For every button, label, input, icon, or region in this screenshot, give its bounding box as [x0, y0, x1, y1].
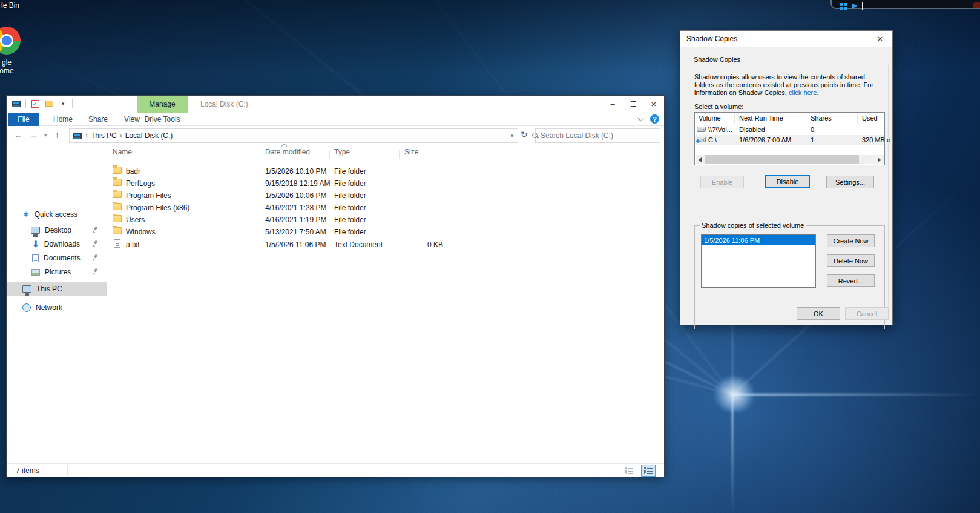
item-count: 7 items: [16, 466, 39, 475]
breadcrumb-local-disk[interactable]: Local Disk (C:): [125, 131, 173, 140]
toolbar-separator: [25, 99, 26, 108]
search-box[interactable]: [535, 128, 660, 143]
help-icon[interactable]: ?: [650, 114, 659, 124]
column-header-name[interactable]: Name: [113, 148, 132, 156]
text-file-icon: [114, 239, 120, 248]
disable-button[interactable]: Disable: [765, 175, 810, 188]
back-button[interactable]: ←: [14, 130, 22, 140]
expand-ribbon-icon[interactable]: [638, 115, 644, 121]
volume-row-selected[interactable]: C:\ 1/6/2026 7:00 AM 1 320 MB o: [695, 135, 884, 145]
close-button[interactable]: ×: [643, 96, 664, 111]
file-row[interactable]: Program Files 1/5/2026 10:06 PM File fol…: [107, 190, 664, 202]
minimize-button[interactable]: –: [602, 96, 623, 111]
desktop-icon: [31, 227, 40, 234]
address-dropdown-caret-icon[interactable]: ▾: [507, 129, 518, 142]
folder-icon: [113, 215, 122, 222]
chrome-label-line1: gle: [0, 58, 28, 67]
dialog-footer: OK Cancel: [680, 307, 892, 320]
scroll-right-icon[interactable]: [875, 155, 884, 164]
shadow-copy-item-selected[interactable]: 1/5/2026 11:06 PM: [702, 235, 815, 245]
column-headers: Name Date modified Type Size: [107, 145, 664, 162]
details-view-icon: [625, 467, 634, 474]
delete-now-button[interactable]: Delete Now: [827, 254, 875, 267]
column-header-type[interactable]: Type: [334, 148, 350, 156]
up-button[interactable]: ↑: [55, 130, 59, 140]
sidebar-item-documents[interactable]: Documents: [7, 251, 107, 265]
breadcrumb-this-pc[interactable]: This PC: [91, 131, 117, 140]
file-row[interactable]: a.txt 1/5/2026 11:06 PM Text Document 0 …: [107, 239, 664, 251]
tab-home[interactable]: Home: [48, 113, 78, 126]
dialog-close-icon[interactable]: ×: [870, 31, 890, 45]
explorer-titlebar[interactable]: ✓ ▾ Manage Local Disk (C:) – ×: [7, 96, 664, 113]
sidebar-item-quick-access[interactable]: ✶ Quick access: [7, 208, 107, 221]
col-next-run-time[interactable]: Next Run Time: [739, 114, 783, 122]
sidebar-item-network[interactable]: Network: [7, 301, 107, 314]
tab-share[interactable]: Share: [83, 113, 113, 126]
volume-row[interactable]: \\?\Vol... Disabled 0: [695, 125, 884, 135]
dialog-title: Shadow Copies: [686, 35, 737, 43]
settings-button[interactable]: Settings...: [826, 176, 874, 188]
scrollbar-thumb[interactable]: [705, 155, 859, 164]
volume-table-header: Volume Next Run Time Shares Used: [695, 113, 884, 124]
click-here-link[interactable]: click here: [789, 89, 817, 96]
column-header-size[interactable]: Size: [404, 148, 418, 156]
col-used[interactable]: Used: [862, 114, 878, 122]
file-row[interactable]: PerfLogs 9/15/2018 12:19 AM File folder: [107, 177, 664, 190]
enable-button[interactable]: Enable: [700, 176, 744, 188]
horizontal-scrollbar[interactable]: [696, 155, 884, 164]
wallpaper-beam: [732, 394, 980, 396]
cancel-button[interactable]: Cancel: [845, 307, 889, 320]
background-window-fragment[interactable]: [830, 0, 980, 9]
large-icons-view-icon: [644, 467, 653, 474]
file-row[interactable]: Program Files (x86) 4/16/2021 1:28 PM Fi…: [107, 202, 664, 214]
chrome-icon[interactable]: [0, 27, 21, 55]
tab-shadow-copies[interactable]: Shadow Copies: [688, 53, 746, 65]
toolbar-separator: [72, 99, 73, 108]
groupbox-label: Shadow copies of selected volume: [700, 222, 806, 229]
col-volume[interactable]: Volume: [699, 114, 721, 122]
this-pc-icon: [22, 285, 31, 293]
location-icon: [73, 133, 82, 139]
tab-drive-tools[interactable]: Drive Tools: [137, 113, 188, 126]
properties-icon[interactable]: ✓: [30, 99, 40, 108]
create-now-button[interactable]: Create Now: [827, 234, 875, 247]
play-icon: [852, 3, 857, 9]
network-icon: [22, 303, 31, 312]
recent-locations-caret-icon[interactable]: ▾: [44, 132, 47, 138]
refresh-icon[interactable]: ↻: [521, 130, 528, 139]
forward-button[interactable]: →: [30, 130, 38, 140]
recycle-bin-label[interactable]: le Bin: [1, 1, 19, 10]
select-volume-label: Select a volume:: [694, 103, 743, 110]
large-icons-view-button[interactable]: [641, 465, 656, 477]
column-header-date[interactable]: Date modified: [265, 148, 310, 156]
sidebar-item-this-pc[interactable]: This PC: [7, 282, 107, 296]
file-row[interactable]: badr 1/5/2026 10:10 PM File folder: [107, 165, 664, 177]
manage-contextual-tab-header: Manage: [137, 96, 188, 113]
dialog-description: Shadow copies allow users to view the co…: [694, 73, 881, 97]
pictures-icon: [31, 269, 40, 276]
file-row[interactable]: Users 4/16/2021 1:19 PM File folder: [107, 214, 664, 226]
ok-button[interactable]: OK: [797, 307, 840, 320]
scroll-left-icon[interactable]: [696, 155, 705, 164]
revert-button[interactable]: Revert...: [827, 274, 875, 287]
address-bar[interactable]: › This PC › Local Disk (C:) ▾: [69, 128, 518, 143]
shadow-copy-list[interactable]: 1/5/2026 11:06 PM: [701, 234, 816, 288]
sidebar-item-downloads[interactable]: ⬇ Downloads: [7, 237, 107, 251]
pin-icon: [93, 240, 98, 246]
col-shares[interactable]: Shares: [811, 114, 832, 122]
search-input[interactable]: [541, 130, 643, 142]
dialog-titlebar[interactable]: Shadow Copies ×: [680, 31, 892, 47]
new-folder-icon[interactable]: [44, 99, 54, 108]
wallpaper-beam: [732, 395, 734, 513]
chrome-shortcut[interactable]: gle ome: [0, 27, 28, 75]
file-row[interactable]: Windows 5/13/2021 7:50 AM File folder: [107, 226, 664, 238]
tab-file[interactable]: File: [8, 113, 39, 126]
volume-table: Volume Next Run Time Shares Used \\?\Vol…: [694, 112, 885, 165]
navigation-pane: ✶ Quick access Desktop ⬇ Downloads Docum…: [7, 145, 107, 465]
customize-qat-caret-icon[interactable]: ▾: [58, 99, 68, 108]
maximize-icon: [631, 101, 636, 107]
maximize-button[interactable]: [623, 96, 643, 111]
sidebar-item-desktop[interactable]: Desktop: [7, 223, 107, 237]
details-view-button[interactable]: [622, 465, 636, 477]
sidebar-item-pictures[interactable]: Pictures: [7, 265, 107, 279]
